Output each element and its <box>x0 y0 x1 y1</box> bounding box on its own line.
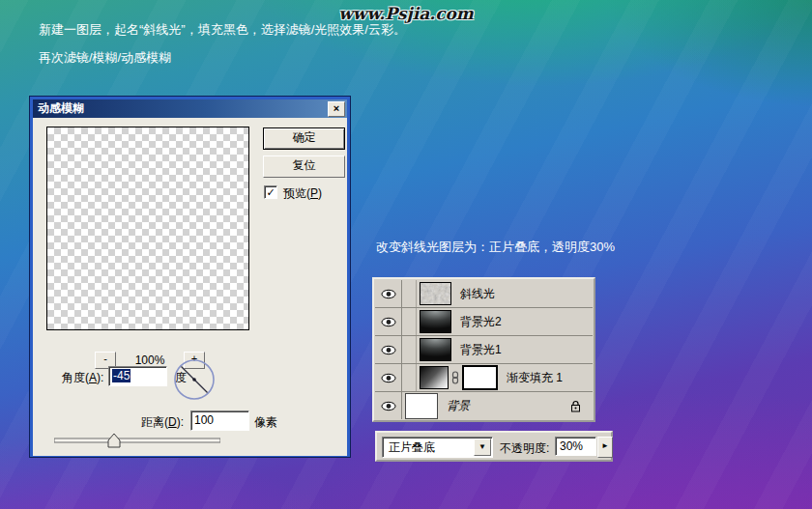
preview-checkbox-label: 预览(P) <box>283 185 322 202</box>
layer-name: 渐变填充 1 <box>507 370 563 386</box>
eye-icon <box>381 317 396 327</box>
ok-button[interactable]: 确定 <box>263 127 345 150</box>
layer-thumbnail-white[interactable] <box>405 393 438 419</box>
visibility-toggle[interactable] <box>375 308 402 335</box>
layer-name: 背景光1 <box>460 342 502 358</box>
layer-name: 背景 <box>447 398 470 414</box>
layer-name: 背景光2 <box>460 314 502 330</box>
slider-thumb <box>108 434 120 447</box>
blend-options-bar: 正片叠底 ▼ 不透明度: 30% ► <box>375 431 613 462</box>
instruction-line-1: 新建一图层，起名“斜线光”，填充黑色，选择滤镜/光照效果/云彩。 <box>39 21 406 39</box>
close-button[interactable]: × <box>328 101 345 117</box>
angle-label: 角度(A): <box>62 370 103 386</box>
blend-mode-select[interactable]: 正片叠底 ▼ <box>382 437 493 458</box>
dialog-titlebar[interactable]: 动感模糊 × <box>33 99 347 118</box>
eye-icon <box>381 345 396 355</box>
visibility-toggle[interactable] <box>375 336 402 363</box>
instruction-line-2: 再次滤镜/模糊/动感模糊 <box>39 49 171 67</box>
angle-input-selected-text: -45 <box>112 369 130 382</box>
opacity-spinner-button[interactable]: ► <box>597 437 613 458</box>
visibility-toggle[interactable] <box>375 392 402 419</box>
layer-row-beijingguang1[interactable]: 背景光1 <box>375 336 593 364</box>
screenshot-canvas: www.Psjia.com 新建一图层，起名“斜线光”，填充黑色，选择滤镜/光照… <box>0 0 812 509</box>
link-column <box>402 364 417 391</box>
distance-unit-label: 像素 <box>254 414 277 431</box>
layers-panel: 斜线光 背景光2 背景光1 <box>372 277 595 422</box>
preview-checkbox[interactable]: ✓ <box>264 185 277 199</box>
eye-icon <box>381 289 396 299</box>
opacity-label: 不透明度: <box>500 440 549 457</box>
dialog-title: 动感模糊 <box>33 100 328 117</box>
blend-mode-value: 正片叠底 <box>389 439 435 456</box>
visibility-toggle[interactable] <box>375 364 402 391</box>
checkmark-icon: ✓ <box>266 186 275 198</box>
layer-row-gradient-fill[interactable]: 渐变填充 1 <box>375 364 593 392</box>
lock-icon <box>570 400 581 412</box>
arrow-right-icon: ► <box>601 441 609 450</box>
angle-input[interactable]: -45 <box>108 366 167 386</box>
blur-preview-area[interactable] <box>46 127 249 330</box>
blend-mode-dropdown-button[interactable]: ▼ <box>474 438 491 456</box>
link-column <box>402 336 417 363</box>
watermark: www.Psjia.com <box>290 4 522 23</box>
layer-thumbnail-glow[interactable] <box>420 338 451 361</box>
chevron-down-icon: ▼ <box>478 442 486 451</box>
visibility-toggle[interactable] <box>375 280 402 307</box>
distance-label: 距离(D): <box>141 414 184 431</box>
layer-row-xiexianguang[interactable]: 斜线光 <box>375 280 593 308</box>
distance-input[interactable]: 100 <box>190 410 249 431</box>
link-column <box>402 308 417 335</box>
layer-thumbnail-glow[interactable] <box>420 310 451 333</box>
opacity-input[interactable]: 30% <box>555 437 596 456</box>
mask-link-icon <box>450 371 460 384</box>
layer-mask-thumbnail[interactable] <box>462 365 498 390</box>
instruction-note: 改变斜线光图层为：正片叠底，透明度30% <box>376 239 615 256</box>
link-column <box>402 280 417 307</box>
close-icon: × <box>334 102 339 114</box>
layer-row-background[interactable]: 背景 <box>375 392 593 419</box>
layer-row-beijingguang2[interactable]: 背景光2 <box>375 308 593 336</box>
distance-slider[interactable] <box>54 432 220 449</box>
motion-blur-dialog: 动感模糊 × - 100% + 角度(A): -45 度 距离(D): 100 … <box>29 96 351 458</box>
dialog-content: - 100% + 角度(A): -45 度 距离(D): 100 像素 确定 复… <box>33 118 347 456</box>
angle-dial[interactable] <box>173 358 216 401</box>
layer-thumbnail-clouds[interactable] <box>420 282 451 305</box>
layer-thumbnail-gradient[interactable] <box>420 366 449 389</box>
layer-name: 斜线光 <box>460 286 495 302</box>
reset-button[interactable]: 复位 <box>263 156 345 178</box>
eye-icon <box>381 373 396 383</box>
eye-icon <box>381 401 396 411</box>
